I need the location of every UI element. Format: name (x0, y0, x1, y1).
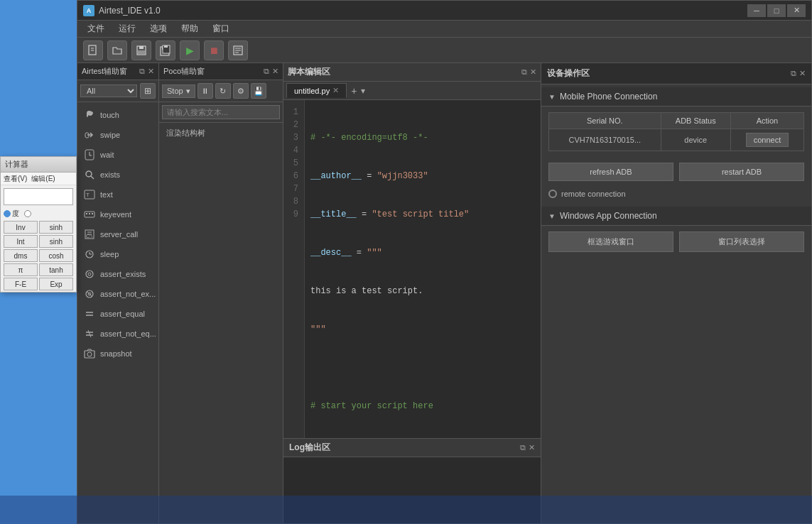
airtest-item-touch[interactable]: touch (77, 105, 158, 125)
open-file-button[interactable] (107, 40, 127, 60)
menu-options[interactable]: 选项 (143, 21, 174, 36)
airtest-item-assert-not-equal[interactable]: assert_not_eq... (77, 324, 158, 344)
airtest-item-sleep[interactable]: sleep (77, 244, 158, 264)
connect-device-button[interactable]: connect (746, 133, 789, 147)
line-num-7: 7 (289, 182, 298, 195)
poco-refresh-btn[interactable]: ↻ (215, 83, 231, 99)
calc-btn-int[interactable]: Int (4, 235, 38, 248)
tab-close-btn[interactable]: ✕ (332, 86, 339, 95)
log-button[interactable] (228, 40, 248, 60)
line-num-3: 3 (289, 131, 298, 144)
log-float-btn[interactable]: ⧉ (520, 443, 526, 452)
dropdown-arrow-icon: ▾ (186, 87, 190, 96)
line-num-2: 2 (289, 119, 298, 131)
poco-settings-btn[interactable]: ⚙ (233, 83, 249, 99)
maximize-button[interactable]: □ (767, 4, 786, 17)
airtest-float-btn[interactable]: ⧉ (139, 67, 145, 76)
poco-panel-header: Poco辅助窗 ⧉ ✕ (159, 63, 283, 80)
poco-float-btn[interactable]: ⧉ (264, 67, 269, 76)
airtest-item-swipe-label: swipe (100, 131, 120, 139)
airtest-item-wait[interactable]: wait (77, 145, 158, 165)
airtest-item-assert-equal-label: assert_equal (100, 310, 145, 318)
poco-save-btn[interactable]: 💾 (251, 83, 266, 99)
keyevent-icon (83, 208, 96, 221)
log-close-btn[interactable]: ✕ (529, 443, 535, 452)
menu-file[interactable]: 文件 (80, 21, 112, 36)
editor-float-btn[interactable]: ⧉ (521, 67, 527, 77)
calculator-window: 计算器 查看(V) 编辑(E) 度 Inv sinh Int sinh dms … (0, 156, 77, 293)
other-radio-btn[interactable] (24, 210, 31, 217)
menu-help[interactable]: 帮助 (174, 21, 205, 36)
line-num-8: 8 (289, 195, 298, 208)
airtest-item-text[interactable]: T text (77, 185, 158, 204)
calculator-title: 计算器 (1, 157, 76, 173)
code-content[interactable]: # -*- encoding=utf8 -*- __author__ = "wj… (305, 100, 541, 438)
calc-btn-inv[interactable]: Inv (4, 221, 38, 234)
minimize-button[interactable]: ─ (747, 4, 766, 17)
menu-window[interactable]: 窗口 (205, 21, 237, 36)
editor-close-btn[interactable]: ✕ (530, 67, 536, 77)
save-button[interactable] (131, 40, 151, 60)
code-editor-area[interactable]: 1 2 3 4 5 6 7 8 9 # -*- encoding=utf8 -*… (283, 100, 541, 438)
poco-panel-title: Poco辅助窗 (163, 66, 205, 77)
calc-btn-tanh[interactable]: tanh (39, 263, 73, 276)
device-main-actions: refresh ADB restart ADB (541, 157, 811, 187)
new-file-button[interactable] (83, 40, 103, 60)
degree-label: 度 (12, 209, 19, 219)
menu-bar: 文件 运行 选项 帮助 窗口 (77, 21, 811, 38)
svg-rect-24 (89, 213, 90, 214)
calc-radio-other[interactable] (24, 210, 31, 217)
airtest-item-keyevent[interactable]: keyevent (77, 204, 158, 224)
poco-search-input[interactable] (162, 105, 280, 119)
remote-connection-radio[interactable] (548, 190, 557, 198)
save-all-button[interactable] (156, 40, 175, 60)
calc-btn-cosh[interactable]: cosh (39, 249, 73, 262)
calc-btn-exp[interactable]: Exp (39, 278, 73, 290)
airtest-item-exists[interactable]: exists (77, 165, 158, 185)
assert-not-equal-icon (83, 327, 96, 340)
calc-btn-sinh2[interactable]: sinh (39, 235, 73, 248)
airtest-close-btn[interactable]: ✕ (148, 67, 154, 76)
calc-btn-pi[interactable]: π (4, 263, 38, 276)
code-line-7 (310, 361, 535, 374)
calc-menu-item-edit[interactable]: 编辑(E) (31, 174, 55, 184)
calc-radio-degree[interactable]: 度 (4, 209, 19, 219)
tab-add-btn[interactable]: + (348, 85, 359, 97)
calc-btn-fe[interactable]: F-E (4, 278, 38, 290)
airtest-item-assert-not-exists[interactable]: assert_not_ex... (77, 284, 158, 304)
frame-window-button[interactable]: 框选游戏窗口 (548, 231, 673, 252)
airtest-item-swipe[interactable]: swipe (77, 125, 158, 145)
airtest-item-assert-equal[interactable]: assert_equal (77, 304, 158, 324)
calc-btn-sinh[interactable]: sinh (39, 221, 73, 234)
tab-arrow-btn[interactable]: ▾ (361, 86, 365, 96)
device-float-btn[interactable]: ⧉ (791, 69, 796, 78)
title-bar: A Airtest_IDE v1.0 ─ □ ✕ (77, 1, 811, 21)
poco-close-btn[interactable]: ✕ (272, 67, 278, 76)
refresh-adb-button[interactable]: refresh ADB (548, 163, 673, 181)
poco-pause-btn[interactable]: ⏸ (197, 83, 213, 99)
airtest-item-sleep-label: sleep (100, 250, 119, 258)
text-icon: T (83, 188, 96, 201)
poco-tree-item-render[interactable]: 渲染结构树 (162, 126, 280, 141)
menu-run[interactable]: 运行 (112, 21, 143, 36)
frame-window-label: 框选游戏窗口 (588, 237, 634, 246)
svg-point-34 (88, 273, 91, 275)
col-serial-label: Serial NO. (587, 116, 623, 125)
play-button[interactable]: ▶ (180, 40, 200, 60)
degree-radio-btn[interactable] (4, 210, 11, 217)
window-list-button[interactable]: 窗口列表选择 (679, 231, 804, 252)
airtest-item-server-call[interactable]: C:\ server_call (77, 224, 158, 244)
calc-btn-dms[interactable]: dms (4, 249, 38, 262)
device-close-btn[interactable]: ✕ (799, 69, 806, 78)
close-button[interactable]: ✕ (787, 4, 806, 17)
airtest-search-btn[interactable]: ⊞ (140, 83, 156, 99)
restart-adb-button[interactable]: restart ADB (679, 163, 804, 181)
airtest-item-snapshot[interactable]: snapshot (77, 344, 158, 364)
calc-menu-item-view[interactable]: 查看(V) (4, 174, 27, 184)
airtest-item-assert-exists[interactable]: assert_exists (77, 264, 158, 284)
airtest-filter-select[interactable]: All (80, 84, 137, 97)
stop-dropdown[interactable]: Stop ▾ (162, 84, 195, 98)
stop-label: Stop (167, 87, 183, 95)
editor-tab-untitled[interactable]: untitled.py ✕ (286, 83, 347, 98)
stop-button[interactable]: ⏹ (204, 40, 224, 60)
